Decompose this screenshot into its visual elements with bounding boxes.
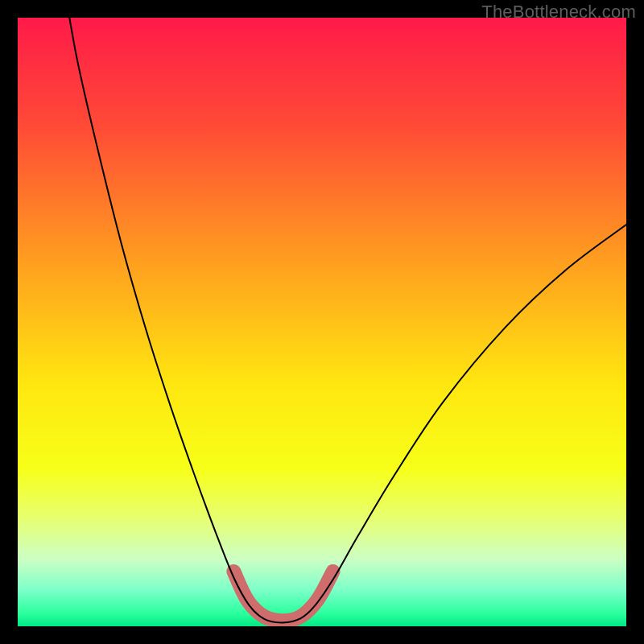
bottleneck-chart xyxy=(18,18,626,626)
gradient-background xyxy=(18,18,626,626)
chart-frame xyxy=(18,18,626,626)
